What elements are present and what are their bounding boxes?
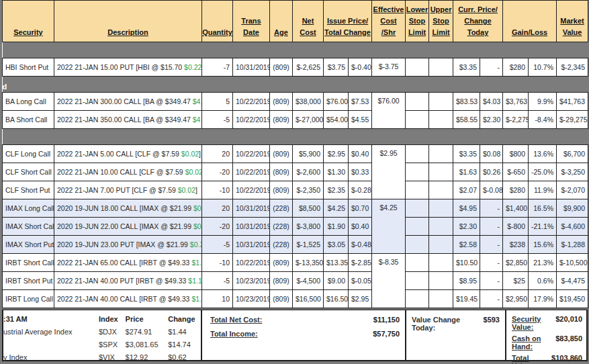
total-net-cost-label[interactable]: Total Net Cost:	[210, 316, 262, 324]
table-row: IMAX Long Call2020 19-JUN 18.00 CALL [IM…	[3, 199, 588, 218]
separator-band	[3, 129, 588, 145]
col-header-gain-loss[interactable]: Gain/Loss	[503, 1, 557, 42]
upper-stop-cell	[429, 111, 453, 129]
upper-stop-cell	[429, 163, 453, 181]
security-cell: CLF Long Call	[3, 145, 54, 163]
security-value-label[interactable]: Security Value:	[512, 315, 555, 331]
quantity-cell: -5	[202, 236, 233, 254]
net-cost-cell: $38,000	[293, 93, 324, 111]
description-cell: 2022 21-JAN 300.00 CALL [BA @ $349.47 $4…	[54, 93, 202, 111]
description-change-text: $0.36	[193, 222, 202, 230]
trans-date-cell: 10/31/2019	[233, 236, 270, 254]
age-cell: (809)	[270, 58, 293, 77]
description-bracket: ]	[199, 150, 201, 158]
change-today-cell: -	[480, 254, 503, 272]
col-header-age[interactable]: Age	[270, 1, 293, 42]
trans-date-cell: 10/22/2019	[233, 181, 270, 199]
description-cell: 2020 19-JUN 22.00 CALL [IMAX @ $21.99 $0…	[54, 218, 202, 236]
security-cell: IRBT Short Call	[3, 254, 54, 272]
gain-loss-pct-cell: -25.0%	[529, 163, 557, 181]
col-header-description[interactable]: Description	[54, 1, 202, 42]
market-value-cell: $9,900	[557, 199, 588, 218]
positions-table: Security Description Quantity Trans Date…	[2, 0, 588, 308]
change-today-cell: $0.08	[480, 145, 503, 163]
lower-stop-cell	[406, 272, 429, 290]
col-header-issue-price[interactable]: Issue Price/ Total Change	[324, 1, 372, 42]
value-change-today-value: $593	[484, 316, 500, 324]
net-cost-cell: $5,900	[293, 145, 324, 163]
portfolio-spreadsheet: Security Description Quantity Trans Date…	[0, 0, 589, 364]
col-header-upper-stop[interactable]: Upper Stop Limit	[429, 1, 453, 42]
issue-price-cell: $13.35	[324, 254, 349, 272]
total-value-value: $103,860	[551, 354, 582, 362]
table-row: CLF Short Call2022 21-JAN 10.00 CALL [CL…	[3, 163, 588, 181]
total-change-cell: $0.70	[349, 199, 372, 218]
market-value-cell: $-4,600	[557, 218, 588, 236]
description-change-text: $0.02	[178, 186, 195, 194]
curr-price-cell: $3.35	[453, 58, 480, 77]
description-text: 2020 19-JUN 18.00 CALL [IMAX @ $21.99	[57, 204, 193, 212]
age-cell: (809)	[270, 181, 293, 199]
index-row: y Index $VIX $12.92 $0.62	[3, 351, 201, 363]
gain-loss-pct-cell: -8.4%	[529, 111, 557, 129]
col-header-security[interactable]: Security	[3, 1, 54, 42]
lower-stop-cell	[406, 236, 429, 254]
total-income-label[interactable]: Total Income:	[210, 330, 258, 338]
description-change-text: $0.22	[184, 63, 201, 71]
gain-loss-pct-cell: 0.6%	[529, 272, 557, 290]
col-header-net-cost[interactable]: Net Cost	[293, 1, 324, 42]
value-change-panel: Value Change Today: $593	[406, 310, 506, 360]
quantity-cell: 20	[202, 145, 233, 163]
change-col-header: Change	[168, 312, 201, 325]
net-cost-cell: $8,500	[293, 199, 324, 218]
issue-price-cell: $4.25	[324, 199, 349, 218]
index-name: ustrial Average Index	[3, 325, 99, 338]
total-change-cell: $-2.85	[349, 254, 372, 272]
table-row: IRBT Short Call2022 21-JAN 65.00 CALL [I…	[3, 254, 588, 272]
upper-stop-cell	[429, 236, 453, 254]
curr-price-cell: $2.30	[453, 218, 480, 236]
total-change-cell: $0.40	[349, 145, 372, 163]
age-cell: (809)	[270, 145, 293, 163]
upper-stop-cell	[429, 254, 453, 272]
index-price: $12.92	[126, 351, 169, 363]
curr-price-cell: $4.95	[453, 199, 480, 218]
net-cost-cell: $-1,525	[293, 236, 324, 254]
description-change-text: $0.36	[190, 240, 202, 248]
gain-loss-cell: $280	[503, 181, 529, 199]
quantity-cell: -10	[202, 181, 233, 199]
curr-price-cell: $8.95	[453, 272, 480, 290]
issue-price-cell: $1.90	[324, 218, 349, 236]
total-change-cell: $-0.28	[349, 181, 372, 199]
trans-date-cell: 10/22/2019	[233, 254, 270, 272]
change-today-cell: $0.26	[480, 163, 503, 181]
net-cost-cell: $-2,600	[293, 163, 324, 181]
security-cell: BA Long Call	[3, 93, 54, 111]
cash-on-hand-label[interactable]: Cash on Hand:	[512, 334, 555, 351]
col-header-lower-stop[interactable]: Lower Stop Limit	[406, 1, 429, 42]
trans-date-cell: 10/22/2019	[233, 111, 270, 129]
description-text: 2022 21-JAN 7.00 PUT [CLF @ $7.59	[57, 186, 178, 194]
net-cost-cell: $-4,500	[293, 272, 324, 290]
description-cell: 2020 19-JUN 23.00 PUT [IMAX @ $21.99 $0.…	[54, 236, 202, 254]
description-text: 2022 21-JAN 65.00 CALL [IRBT @ $49.33	[57, 259, 191, 267]
separator-band: d	[3, 77, 588, 93]
market-value-cell: $6,700	[557, 145, 588, 163]
col-header-trans-date[interactable]: Trans Date	[233, 1, 270, 42]
curr-price-cell: $1.63	[453, 163, 480, 181]
description-change-text: $1.18	[191, 259, 201, 267]
total-value-label[interactable]: Total Value:	[512, 354, 551, 364]
security-cell: IMAX Long Call	[3, 199, 54, 218]
col-header-curr-price[interactable]: Curr. Price/ Change Today	[453, 1, 503, 42]
index-row: ustrial Average Index $DJX $274.91 $1.44	[3, 325, 201, 338]
issue-price-cell: $3.05	[324, 236, 349, 254]
age-cell: (228)	[270, 236, 293, 254]
lower-stop-cell	[406, 145, 429, 163]
trans-date-cell: 10/31/2019	[233, 58, 270, 77]
col-header-effective-cost[interactable]: Effective Cost /Shr	[372, 1, 406, 42]
col-header-quantity[interactable]: Quantity	[202, 1, 233, 42]
effective-cost-cell: $2.95	[372, 145, 406, 199]
index-col-header: Index	[99, 312, 126, 325]
net-cost-cell: $-2,625	[293, 58, 324, 77]
col-header-market-value[interactable]: Market Value	[557, 1, 588, 42]
